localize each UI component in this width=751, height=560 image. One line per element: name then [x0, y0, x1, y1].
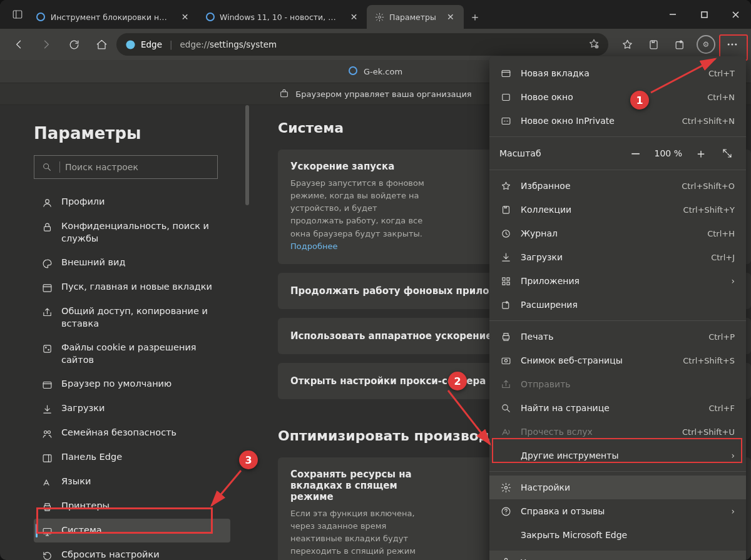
tab-3-settings[interactable]: Параметры ✕ [367, 5, 464, 29]
svg-rect-23 [43, 455, 51, 462]
annotation-badge-3: 3 [239, 451, 258, 469]
favorite-star-icon[interactable] [588, 38, 600, 51]
back-button[interactable] [6, 32, 31, 57]
family-icon [41, 428, 53, 439]
tab-label: Инструмент блокировки нежел [51, 13, 171, 22]
menu-inprivate[interactable]: Новое окно InPrivateCtrl+Shift+N [489, 109, 746, 133]
vertical-tabs-icon[interactable] [6, 0, 29, 29]
menu-org-managed[interactable]: Управляет ваша организация [489, 551, 746, 560]
sidebar-item-profiles[interactable]: Профили [34, 190, 230, 214]
zoom-out-button[interactable]: − [626, 143, 646, 163]
svg-point-13 [44, 164, 49, 169]
cookie-icon [41, 343, 53, 354]
sidebar-item-edge-panel[interactable]: Панель Edge [34, 445, 230, 469]
menu-find[interactable]: Найти на страницеCtrl+F [489, 396, 746, 420]
close-icon[interactable]: ✕ [445, 11, 456, 23]
menu-more-tools[interactable]: Другие инструменты› [489, 444, 746, 467]
svg-rect-28 [502, 118, 510, 124]
tab-label: Параметры [389, 13, 436, 22]
svg-rect-20 [43, 382, 51, 388]
menu-downloads[interactable]: ЗагрузкиCtrl+J [489, 245, 746, 269]
zoom-in-button[interactable]: ＋ [691, 143, 711, 163]
menu-print[interactable]: ПечатьCtrl+P [489, 325, 746, 349]
menu-collections[interactable]: КоллекцииCtrl+Shift+Y [489, 198, 746, 221]
tabs-tray: Инструмент блокировки нежел ✕ Windows 11… [0, 0, 657, 29]
svg-point-1 [378, 16, 381, 18]
svg-rect-37 [503, 335, 509, 339]
new-tab-button[interactable]: ＋ [464, 5, 486, 29]
url-text: edge://settings/system [180, 39, 277, 49]
svg-rect-31 [502, 277, 504, 280]
menu-zoom: Масштаб − 100 % ＋ [489, 141, 746, 166]
home-button[interactable] [89, 32, 114, 57]
svg-point-14 [45, 199, 49, 203]
palette-icon [41, 258, 53, 269]
download-icon [41, 404, 53, 415]
chevron-right-icon: › [731, 276, 735, 286]
sidebar-item-appearance[interactable]: Внешний вид [34, 251, 230, 275]
search-placeholder: Поиск настроек [65, 162, 138, 172]
menu-close-edge[interactable]: Закрыть Microsoft Edge [489, 523, 746, 547]
fullscreen-button[interactable] [717, 143, 737, 163]
sidebar-item-default-browser[interactable]: Браузер по умолчанию [34, 372, 230, 396]
card-title: Ускорение запуска [290, 161, 428, 172]
sidebar-item-system[interactable]: Система [34, 519, 230, 542]
minimize-button[interactable] [657, 0, 688, 29]
sidebar-item-printers[interactable]: Принтеры [34, 494, 230, 518]
more-menu-button[interactable] [720, 32, 745, 57]
menu-apps[interactable]: Приложения› [489, 269, 746, 293]
maximize-button[interactable] [688, 0, 720, 29]
reset-icon [41, 550, 53, 560]
download-icon [499, 251, 512, 263]
svg-rect-33 [502, 282, 504, 284]
svg-rect-27 [502, 94, 509, 100]
refresh-button[interactable] [61, 32, 86, 57]
svg-rect-15 [44, 227, 50, 231]
sidebar-item-languages[interactable]: Языки [34, 470, 230, 494]
svg-rect-12 [281, 92, 288, 97]
svg-rect-32 [506, 277, 509, 280]
tab-2[interactable]: Windows 11, 10 - новости, инст ✕ [198, 5, 367, 29]
menu-capture[interactable]: Снимок веб-страницыCtrl+Shift+S [489, 349, 746, 372]
svg-point-39 [504, 359, 507, 362]
menu-new-tab[interactable]: Новая вкладкаCtrl+T [489, 61, 746, 85]
window-controls [657, 0, 751, 29]
sidebar-item-start[interactable]: Пуск, главная и новые вкладки [34, 275, 230, 299]
tab-1[interactable]: Инструмент блокировки нежел ✕ [29, 5, 198, 29]
sidebar-item-downloads[interactable]: Загрузки [34, 397, 230, 420]
sidebar-item-family[interactable]: Семейная безопасность [34, 421, 230, 445]
browser-icon [41, 379, 53, 390]
menu-extensions[interactable]: Расширения [489, 293, 746, 317]
address-bar[interactable]: Edge | edge://settings/system [116, 33, 608, 56]
menu-new-window[interactable]: Новое окноCtrl+N [489, 85, 746, 109]
search-input[interactable]: Поиск настроек [34, 155, 218, 179]
card-desc: Браузер запустится в фоновом режиме, ког… [290, 177, 428, 253]
help-icon [499, 505, 512, 517]
close-icon[interactable]: ✕ [180, 11, 190, 23]
chevron-right-icon: › [731, 451, 735, 461]
menu-help[interactable]: Справка и отзывы› [489, 499, 746, 523]
profile-avatar[interactable]: ⚙ [693, 32, 718, 57]
favorites-hub-icon[interactable] [615, 32, 640, 57]
close-icon[interactable]: ✕ [349, 11, 359, 23]
sidebar-item-privacy[interactable]: Конфиденциальность, поиск и службы [34, 215, 230, 250]
sidebar-item-cookies[interactable]: Файлы cookie и разрешения сайтов [34, 336, 230, 372]
menu-favorites[interactable]: ИзбранноеCtrl+Shift+O [489, 174, 746, 198]
svg-point-19 [48, 349, 48, 350]
svg-rect-0 [13, 11, 22, 18]
collections-icon[interactable] [641, 32, 666, 57]
menu-history[interactable]: ЖурналCtrl+H [489, 221, 746, 245]
svg-rect-25 [43, 528, 51, 534]
search-icon [499, 402, 512, 414]
forward-button[interactable] [34, 32, 59, 57]
org-managed-label: Браузером управляет ваша организация [295, 89, 471, 99]
sidebar-item-share[interactable]: Общий доступ, копирование и вставка [34, 300, 230, 335]
sidebar-item-reset[interactable]: Сбросить настройки [34, 543, 230, 560]
menu-settings[interactable]: Настройки [489, 476, 746, 499]
learn-more-link[interactable]: Подробнее [290, 242, 337, 251]
site-identity[interactable]: Edge [125, 39, 162, 50]
svg-point-18 [45, 347, 46, 347]
close-window-button[interactable] [720, 0, 751, 29]
zoom-percent: 100 % [652, 148, 685, 158]
extensions-icon[interactable] [667, 32, 692, 57]
